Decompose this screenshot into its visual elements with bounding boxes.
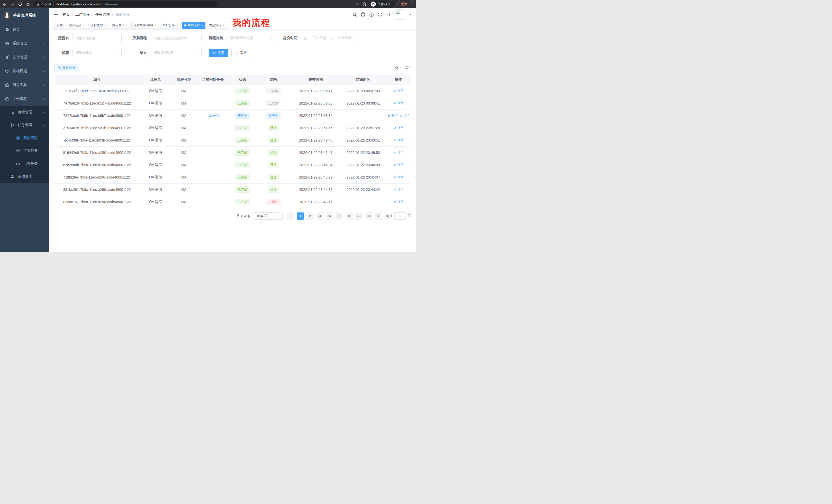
status-badge: 已完成	[235, 137, 250, 143]
sidebar-item-label: 研发工具	[12, 83, 27, 87]
search-icon[interactable]	[352, 12, 357, 17]
detail-link[interactable]: 详情	[393, 175, 404, 179]
search-button[interactable]: 搜索	[209, 49, 228, 57]
page-button[interactable]: 11	[365, 213, 372, 220]
tab-my-process[interactable]: 我的流程×	[182, 22, 205, 29]
sidebar-item-system[interactable]: 系统管理	[0, 36, 49, 50]
result-badge: 不通过	[266, 199, 281, 205]
sidebar-item-workflow[interactable]: 工作流程	[0, 92, 49, 106]
tab-process-form-edit[interactable]: 流程表单-编辑×	[131, 22, 159, 29]
status-badge: 已完成	[235, 100, 250, 106]
tab-close-icon[interactable]: ×	[83, 24, 85, 27]
sidebar-toggle-icon[interactable]	[53, 12, 58, 17]
text-size-icon[interactable]: TT	[386, 12, 391, 17]
tab-start-process[interactable]: 发起流程×	[207, 22, 227, 29]
column-header: 操作	[386, 75, 411, 85]
detail-link[interactable]: 详情	[393, 150, 404, 155]
cell-end-time: 2022-01-22 23:44:42	[340, 184, 386, 196]
sidebar-item-infra[interactable]: 基础设施	[0, 64, 49, 78]
tab-process-def[interactable]: 流程定义×	[67, 22, 87, 29]
date-range-picker[interactable]: 开始日期 - 结束日期	[301, 34, 358, 42]
chevron-down-icon	[270, 37, 273, 39]
security-chip[interactable]: 不安全	[36, 2, 51, 6]
next-page-button[interactable]	[375, 213, 382, 220]
detail-link[interactable]: 详情	[393, 163, 404, 167]
tab-process-form[interactable]: 流程表单×	[110, 22, 130, 29]
definition-input[interactable]	[150, 34, 202, 42]
detail-link[interactable]: 详情	[393, 200, 404, 204]
page-size-select[interactable]: 10条/页	[253, 213, 283, 220]
page-button[interactable]: 3	[316, 213, 323, 220]
action-label: 详情	[397, 138, 404, 142]
tab-close-icon[interactable]: ×	[104, 24, 106, 27]
detail-link[interactable]: 详情	[393, 187, 404, 192]
cell-current-task	[196, 196, 230, 208]
browser-reload-icon[interactable]	[18, 2, 22, 6]
tab-close-icon[interactable]: ×	[126, 24, 128, 27]
github-icon[interactable]	[361, 12, 365, 17]
page-button[interactable]: 1	[297, 213, 304, 220]
sidebar-item-process-mgmt[interactable]: 流程管理	[0, 106, 49, 119]
help-icon[interactable]	[369, 12, 374, 17]
name-input[interactable]	[72, 34, 122, 42]
page-button[interactable]: 5	[336, 213, 343, 220]
cell-end-time: 2022-01-23 00:08:41	[340, 97, 386, 109]
avatar[interactable]	[395, 9, 405, 20]
sidebar-item-home[interactable]: 首页	[0, 23, 49, 36]
tab-close-icon[interactable]: ×	[155, 24, 157, 27]
sidebar-item-done-tasks[interactable]: 已办任务	[0, 157, 49, 170]
tab-close-icon[interactable]: ×	[223, 24, 225, 27]
bookmark-star-icon[interactable]	[363, 2, 367, 6]
tab-user-group[interactable]: 用户分组×	[160, 22, 181, 29]
detail-link[interactable]: 详情	[393, 89, 404, 93]
sidebar-item-leave-query[interactable]: 请假查询	[0, 170, 49, 183]
status-label: 状态	[54, 51, 69, 55]
password-key-icon[interactable]	[355, 2, 359, 6]
start-process-button[interactable]: 发起流程	[54, 64, 79, 72]
browser-back-icon[interactable]	[3, 2, 7, 6]
active-tab-dot	[184, 24, 186, 26]
breadcrumb-item[interactable]: 任务管理	[95, 12, 110, 17]
sidebar-item-task-mgmt[interactable]: 任务管理	[0, 119, 49, 132]
browser-home-icon[interactable]	[26, 2, 30, 6]
fullscreen-icon[interactable]	[378, 12, 382, 17]
refresh-table-button[interactable]	[403, 64, 411, 72]
sidebar-item-payment[interactable]: 支付管理	[0, 50, 49, 64]
sidebar-item-my-process[interactable]: 我的流程	[0, 132, 49, 144]
chevron-down-icon	[43, 84, 46, 87]
update-button[interactable]: 更新	[397, 1, 413, 7]
app-logo-row[interactable]: 芋道管理系统	[0, 8, 49, 23]
page-button[interactable]: 4	[326, 213, 333, 220]
breadcrumb-item[interactable]: 首页	[62, 12, 70, 17]
detail-link[interactable]: 详情	[399, 113, 410, 118]
avatar-caret-icon[interactable]	[409, 13, 412, 16]
table-header-row: 编号流程名流程分类当前审批任务状态结果提交时间结束时间操作	[54, 75, 411, 85]
status-select[interactable]: 请选择状态	[72, 49, 122, 57]
tab-label: 流程定义	[69, 23, 81, 27]
breadcrumb-item[interactable]: 工作流程	[75, 12, 90, 17]
detail-link[interactable]: 详情	[393, 138, 404, 142]
tab-close-icon[interactable]: ×	[176, 24, 178, 27]
goto-input[interactable]	[394, 213, 406, 220]
page-button[interactable]: 2	[307, 213, 314, 220]
browser-menu-icon[interactable]	[409, 2, 412, 6]
browser-forward-icon[interactable]	[10, 2, 15, 6]
tab-process-model[interactable]: 流程模型×	[88, 22, 108, 29]
sidebar-item-todo-tasks[interactable]: 待办任务	[0, 144, 49, 157]
cancel-link[interactable]: 取消	[387, 113, 397, 118]
task-link[interactable]: 一级审批	[206, 113, 220, 117]
tab-home[interactable]: 首页	[54, 22, 65, 29]
address-bar[interactable]: 不安全 dashboard.yudao.iocoder.cn/bpm/task/…	[33, 1, 217, 7]
detail-link[interactable]: 详情	[393, 125, 404, 130]
action-label: 详情	[397, 150, 404, 155]
toggle-search-button[interactable]	[393, 64, 400, 72]
detail-link[interactable]: 详情	[393, 101, 404, 105]
prev-page-button[interactable]	[287, 213, 294, 220]
result-select[interactable]: 请选择流结果	[150, 49, 202, 57]
sidebar-item-devtools[interactable]: 研发工具	[0, 78, 49, 92]
cell-status: 已完成	[230, 134, 255, 146]
tab-close-icon[interactable]: ×	[201, 24, 203, 27]
page-button[interactable]: 6	[345, 213, 353, 220]
reset-button[interactable]: 重置	[231, 49, 251, 57]
category-select[interactable]: 请选择流程分类	[227, 34, 276, 42]
